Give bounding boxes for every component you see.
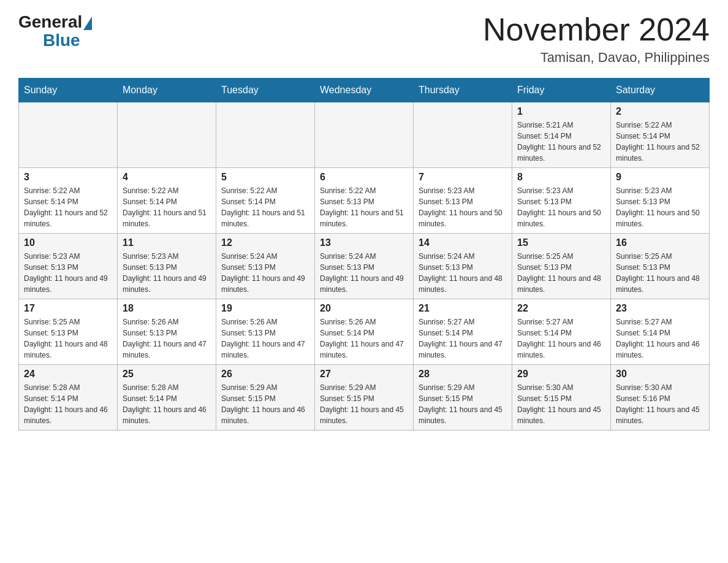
calendar-cell: 22Sunrise: 5:27 AM Sunset: 5:14 PM Dayli… — [512, 299, 611, 365]
calendar-week-row: 17Sunrise: 5:25 AM Sunset: 5:13 PM Dayli… — [19, 299, 710, 365]
calendar-cell — [19, 102, 118, 168]
calendar-header-friday: Friday — [512, 79, 611, 102]
day-number: 29 — [517, 369, 605, 380]
day-info: Sunrise: 5:27 AM Sunset: 5:14 PM Dayligh… — [419, 316, 507, 361]
day-info: Sunrise: 5:22 AM Sunset: 5:14 PM Dayligh… — [24, 185, 112, 229]
day-number: 9 — [616, 172, 704, 183]
day-number: 28 — [419, 369, 507, 380]
day-number: 13 — [320, 237, 408, 248]
calendar-cell: 3Sunrise: 5:22 AM Sunset: 5:14 PM Daylig… — [19, 168, 118, 234]
day-number: 17 — [24, 303, 112, 314]
day-info: Sunrise: 5:21 AM Sunset: 5:14 PM Dayligh… — [517, 120, 605, 164]
calendar-table: SundayMondayTuesdayWednesdayThursdayFrid… — [18, 78, 710, 431]
day-info: Sunrise: 5:25 AM Sunset: 5:13 PM Dayligh… — [24, 316, 112, 361]
calendar-cell: 29Sunrise: 5:30 AM Sunset: 5:15 PM Dayli… — [512, 365, 611, 431]
day-info: Sunrise: 5:22 AM Sunset: 5:14 PM Dayligh… — [123, 185, 211, 229]
day-number: 11 — [123, 237, 211, 248]
day-info: Sunrise: 5:30 AM Sunset: 5:15 PM Dayligh… — [517, 382, 605, 426]
day-info: Sunrise: 5:23 AM Sunset: 5:13 PM Dayligh… — [24, 251, 112, 295]
day-info: Sunrise: 5:29 AM Sunset: 5:15 PM Dayligh… — [419, 382, 507, 426]
day-info: Sunrise: 5:27 AM Sunset: 5:14 PM Dayligh… — [517, 316, 605, 361]
location-subtitle: Tamisan, Davao, Philippines — [483, 50, 710, 66]
day-info: Sunrise: 5:28 AM Sunset: 5:14 PM Dayligh… — [123, 382, 211, 426]
calendar-cell: 17Sunrise: 5:25 AM Sunset: 5:13 PM Dayli… — [19, 299, 118, 365]
calendar-cell: 18Sunrise: 5:26 AM Sunset: 5:13 PM Dayli… — [118, 299, 216, 365]
day-info: Sunrise: 5:26 AM Sunset: 5:13 PM Dayligh… — [123, 316, 211, 361]
day-number: 18 — [123, 303, 211, 314]
calendar-cell — [118, 102, 216, 168]
calendar-cell: 14Sunrise: 5:24 AM Sunset: 5:13 PM Dayli… — [414, 234, 512, 299]
day-info: Sunrise: 5:26 AM Sunset: 5:13 PM Dayligh… — [221, 316, 309, 361]
day-info: Sunrise: 5:23 AM Sunset: 5:13 PM Dayligh… — [517, 185, 605, 229]
calendar-cell: 25Sunrise: 5:28 AM Sunset: 5:14 PM Dayli… — [118, 365, 216, 431]
day-info: Sunrise: 5:27 AM Sunset: 5:14 PM Dayligh… — [616, 316, 704, 361]
logo-blue-text: Blue — [43, 31, 80, 50]
day-number: 24 — [24, 369, 112, 380]
calendar-week-row: 24Sunrise: 5:28 AM Sunset: 5:14 PM Dayli… — [19, 365, 710, 431]
calendar-cell: 8Sunrise: 5:23 AM Sunset: 5:13 PM Daylig… — [512, 168, 611, 234]
logo-triangle-icon — [83, 17, 92, 30]
calendar-cell: 6Sunrise: 5:22 AM Sunset: 5:13 PM Daylig… — [315, 168, 414, 234]
day-info: Sunrise: 5:26 AM Sunset: 5:14 PM Dayligh… — [320, 316, 408, 361]
day-number: 21 — [419, 303, 507, 314]
calendar-cell: 19Sunrise: 5:26 AM Sunset: 5:13 PM Dayli… — [216, 299, 315, 365]
calendar-cell: 10Sunrise: 5:23 AM Sunset: 5:13 PM Dayli… — [19, 234, 118, 299]
calendar-cell: 5Sunrise: 5:22 AM Sunset: 5:14 PM Daylig… — [216, 168, 315, 234]
calendar-week-row: 1Sunrise: 5:21 AM Sunset: 5:14 PM Daylig… — [19, 102, 710, 168]
day-info: Sunrise: 5:23 AM Sunset: 5:13 PM Dayligh… — [123, 251, 211, 295]
day-info: Sunrise: 5:22 AM Sunset: 5:14 PM Dayligh… — [616, 120, 704, 164]
day-info: Sunrise: 5:22 AM Sunset: 5:14 PM Dayligh… — [221, 185, 309, 229]
title-section: November 2024 Tamisan, Davao, Philippine… — [483, 12, 710, 66]
calendar-header-tuesday: Tuesday — [216, 79, 315, 102]
calendar-cell: 30Sunrise: 5:30 AM Sunset: 5:16 PM Dayli… — [611, 365, 710, 431]
day-info: Sunrise: 5:25 AM Sunset: 5:13 PM Dayligh… — [517, 251, 605, 295]
day-number: 1 — [517, 106, 605, 117]
calendar-cell — [216, 102, 315, 168]
calendar-header-row: SundayMondayTuesdayWednesdayThursdayFrid… — [19, 79, 710, 102]
calendar-cell: 16Sunrise: 5:25 AM Sunset: 5:13 PM Dayli… — [611, 234, 710, 299]
day-number: 6 — [320, 172, 408, 183]
page-header: General Blue November 2024 Tamisan, Dava… — [18, 12, 710, 66]
day-number: 20 — [320, 303, 408, 314]
calendar-cell — [414, 102, 512, 168]
calendar-header-monday: Monday — [118, 79, 216, 102]
day-number: 14 — [419, 237, 507, 248]
calendar-cell: 12Sunrise: 5:24 AM Sunset: 5:13 PM Dayli… — [216, 234, 315, 299]
calendar-header-sunday: Sunday — [19, 79, 118, 102]
day-info: Sunrise: 5:29 AM Sunset: 5:15 PM Dayligh… — [320, 382, 408, 426]
day-number: 4 — [123, 172, 211, 183]
calendar-cell: 24Sunrise: 5:28 AM Sunset: 5:14 PM Dayli… — [19, 365, 118, 431]
day-info: Sunrise: 5:24 AM Sunset: 5:13 PM Dayligh… — [320, 251, 408, 295]
calendar-header-saturday: Saturday — [611, 79, 710, 102]
calendar-header-wednesday: Wednesday — [315, 79, 414, 102]
calendar-cell: 23Sunrise: 5:27 AM Sunset: 5:14 PM Dayli… — [611, 299, 710, 365]
day-number: 23 — [616, 303, 704, 314]
day-number: 25 — [123, 369, 211, 380]
day-number: 7 — [419, 172, 507, 183]
calendar-cell: 27Sunrise: 5:29 AM Sunset: 5:15 PM Dayli… — [315, 365, 414, 431]
logo: General Blue — [18, 12, 92, 50]
day-number: 22 — [517, 303, 605, 314]
calendar-cell: 13Sunrise: 5:24 AM Sunset: 5:13 PM Dayli… — [315, 234, 414, 299]
day-number: 30 — [616, 369, 704, 380]
day-number: 5 — [221, 172, 309, 183]
day-number: 12 — [221, 237, 309, 248]
calendar-cell: 21Sunrise: 5:27 AM Sunset: 5:14 PM Dayli… — [414, 299, 512, 365]
calendar-week-row: 10Sunrise: 5:23 AM Sunset: 5:13 PM Dayli… — [19, 234, 710, 299]
calendar-cell: 4Sunrise: 5:22 AM Sunset: 5:14 PM Daylig… — [118, 168, 216, 234]
day-number: 2 — [616, 106, 704, 117]
day-number: 8 — [517, 172, 605, 183]
calendar-week-row: 3Sunrise: 5:22 AM Sunset: 5:14 PM Daylig… — [19, 168, 710, 234]
day-number: 15 — [517, 237, 605, 248]
day-info: Sunrise: 5:30 AM Sunset: 5:16 PM Dayligh… — [616, 382, 704, 426]
calendar-cell: 20Sunrise: 5:26 AM Sunset: 5:14 PM Dayli… — [315, 299, 414, 365]
month-year-title: November 2024 — [483, 12, 710, 47]
day-info: Sunrise: 5:23 AM Sunset: 5:13 PM Dayligh… — [419, 185, 507, 229]
calendar-cell: 9Sunrise: 5:23 AM Sunset: 5:13 PM Daylig… — [611, 168, 710, 234]
day-number: 19 — [221, 303, 309, 314]
day-info: Sunrise: 5:23 AM Sunset: 5:13 PM Dayligh… — [616, 185, 704, 229]
calendar-cell: 2Sunrise: 5:22 AM Sunset: 5:14 PM Daylig… — [611, 102, 710, 168]
day-number: 27 — [320, 369, 408, 380]
day-info: Sunrise: 5:28 AM Sunset: 5:14 PM Dayligh… — [24, 382, 112, 426]
calendar-cell — [315, 102, 414, 168]
